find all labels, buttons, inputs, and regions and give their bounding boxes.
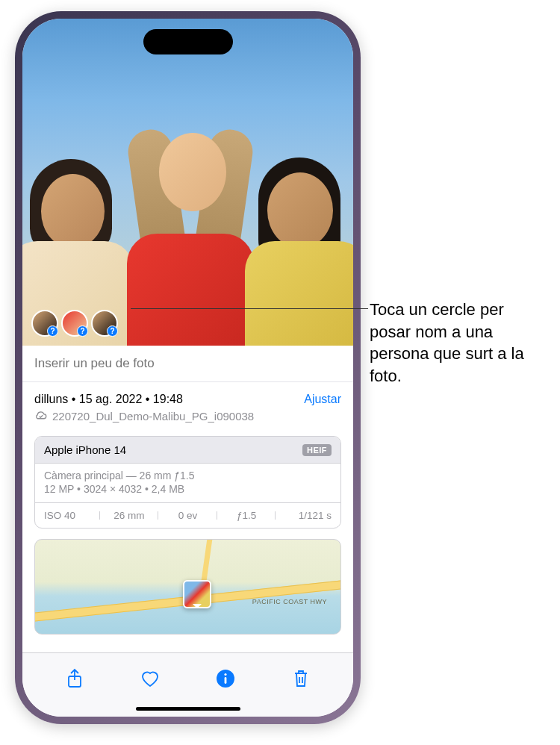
- map-preview[interactable]: PACIFIC COAST HWY: [34, 539, 341, 635]
- info-panel: dilluns • 15 ag. 2022 • 19:48 Ajustar 22…: [22, 346, 353, 635]
- trash-icon: [292, 668, 310, 689]
- info-button[interactable]: [209, 662, 242, 695]
- detected-faces-row: ? ? ?: [31, 310, 118, 337]
- info-icon: [216, 669, 235, 688]
- camera-line: Càmera principal — 26 mm ƒ1.5: [44, 470, 332, 481]
- format-badge: HEIF: [302, 444, 332, 456]
- map-photo-pin[interactable]: [183, 580, 211, 608]
- unknown-badge-icon: ?: [77, 325, 88, 337]
- share-button[interactable]: [58, 662, 91, 695]
- face-circle-2[interactable]: ?: [61, 310, 88, 337]
- phone-frame: ? ? ? dilluns • 15 ag. 2022 • 19:48 Ajus…: [15, 11, 361, 724]
- exif-ev: 0 ev: [161, 510, 214, 521]
- exif-row: ISO 40 26 mm 0 ev ƒ1.5 1/121 s: [35, 503, 340, 528]
- icloud-icon: [34, 409, 48, 423]
- callout-leader-line: [131, 308, 368, 309]
- exif-iso: ISO 40: [44, 510, 97, 521]
- device-name: Apple iPhone 14: [44, 443, 126, 456]
- face-circle-1[interactable]: ?: [31, 310, 58, 337]
- share-icon: [66, 668, 84, 689]
- unknown-badge-icon: ?: [47, 325, 58, 337]
- exif-aperture: ƒ1.5: [220, 510, 273, 521]
- heart-icon: [140, 669, 161, 688]
- adjust-button[interactable]: Ajustar: [304, 393, 341, 406]
- metadata-card[interactable]: Apple iPhone 14 HEIF Càmera principal — …: [34, 436, 341, 529]
- delete-button[interactable]: [284, 662, 317, 695]
- exif-shutter: 1/121 s: [279, 510, 332, 521]
- svg-rect-3: [224, 677, 226, 684]
- specs-line: 12 MP • 3024 × 4032 • 2,4 MB: [44, 483, 332, 495]
- map-road-label: PACIFIC COAST HWY: [252, 598, 327, 605]
- photo-viewer[interactable]: ? ? ?: [22, 19, 353, 346]
- home-indicator[interactable]: [136, 707, 240, 711]
- face-circle-3[interactable]: ?: [91, 310, 118, 337]
- bottom-toolbar: [22, 652, 353, 717]
- filename-text: 220720_Dul_Demo-Malibu_PG_i090038: [52, 410, 254, 423]
- dynamic-island: [143, 29, 233, 54]
- favorite-button[interactable]: [134, 662, 167, 695]
- unknown-badge-icon: ?: [107, 325, 118, 337]
- callout-text: Toca un cercle per posar nom a una perso…: [370, 299, 549, 387]
- phone-screen: ? ? ? dilluns • 15 ag. 2022 • 19:48 Ajus…: [22, 19, 353, 717]
- exif-focal: 26 mm: [103, 510, 156, 521]
- photo-date-text: dilluns • 15 ag. 2022 • 19:48: [34, 393, 183, 406]
- caption-input[interactable]: [34, 346, 341, 381]
- svg-point-2: [224, 673, 226, 676]
